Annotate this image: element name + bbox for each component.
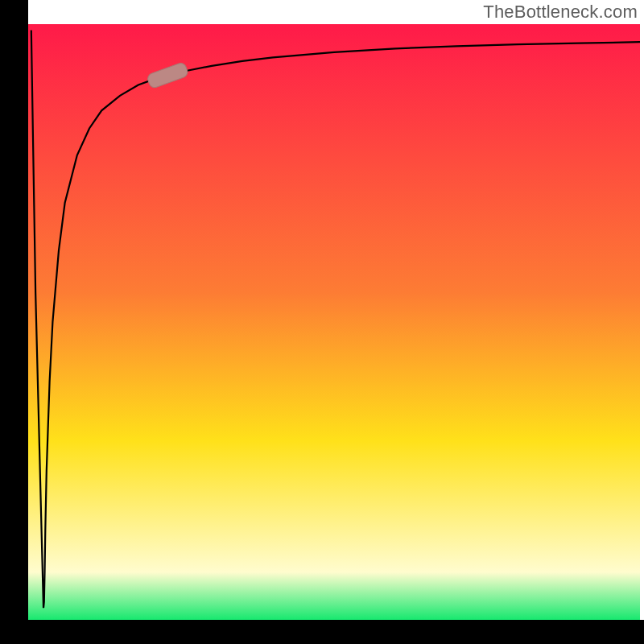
chart-root: TheBottleneck.com [0,0,644,644]
watermark-text: TheBottleneck.com [483,2,638,23]
axis-bottom [0,620,644,644]
axis-left [0,0,28,644]
bottleneck-chart [0,0,644,644]
plot-background [28,24,640,620]
